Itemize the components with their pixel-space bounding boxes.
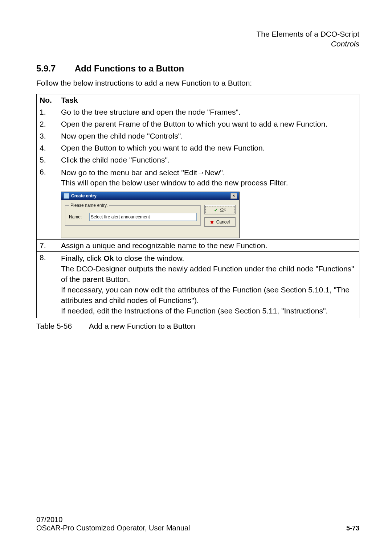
table-row: 6. Now go to the menu bar and select "Ed… <box>37 166 359 240</box>
cell-no: 3. <box>37 130 58 142</box>
row6-line1-post: New". <box>205 168 225 177</box>
dialog-buttons: ✔ Ok ✖ Cancel <box>204 205 236 227</box>
cell-task: Assign a unique and recognizable name to… <box>58 240 359 252</box>
table-row: 5. Click the child node "Functions". <box>37 154 359 166</box>
cell-no: 6. <box>37 166 58 240</box>
cell-no: 7. <box>37 240 58 252</box>
footer-left: 07/2010 OScAR-Pro Customized Operator, U… <box>36 516 190 532</box>
cell-task: Now go to the menu bar and select "Edit→… <box>58 166 359 240</box>
row6-line2: This will open the below user window to … <box>61 178 288 187</box>
cell-no: 8. <box>37 252 58 318</box>
ok-button[interactable]: ✔ Ok <box>204 205 236 214</box>
row8-p1-post: to close the window. <box>114 254 184 262</box>
cell-task: Finally, click Ok to close the window. T… <box>58 252 359 318</box>
ok-label: Ok <box>220 207 226 212</box>
cell-task: Click the child node "Functions". <box>58 154 359 166</box>
header-chapter: The Elements of a DCO-Script <box>36 29 359 39</box>
table-row: 8. Finally, click Ok to close the window… <box>37 252 359 318</box>
row6-line1-pre: Now go to the menu bar and select "Edit <box>61 168 197 177</box>
cell-task: Go to the tree structure and open the no… <box>58 106 359 118</box>
cell-no: 2. <box>37 118 58 130</box>
dialog-legend: Please name entry. <box>69 203 109 208</box>
name-input[interactable] <box>89 213 197 221</box>
table-row: 1. Go to the tree structure and open the… <box>37 106 359 118</box>
cancel-label: Cancel <box>216 219 230 225</box>
caption-text: Add a new Function to a Button <box>89 322 195 330</box>
footer-page: 5-73 <box>346 525 359 532</box>
section-title: Add Functions to a Button <box>75 63 184 73</box>
caption-label: Table 5-56 <box>36 322 87 331</box>
row8-p2: The DCO-Designer outputs the newly added… <box>61 264 354 283</box>
cancel-button[interactable]: ✖ Cancel <box>204 217 236 227</box>
row8-p1-bold: Ok <box>103 254 114 262</box>
dialog-body: Please name entry. Name: ✔ Ok <box>61 200 239 238</box>
row8-p1-pre: Finally, click <box>61 254 103 262</box>
page-footer: 07/2010 OScAR-Pro Customized Operator, U… <box>36 516 359 532</box>
table-head-row: No. Task <box>37 94 359 106</box>
footer-date: 07/2010 <box>36 516 190 524</box>
table-row: 3. Now open the child node "Controls". <box>37 130 359 142</box>
cell-no: 1. <box>37 106 58 118</box>
create-entry-dialog: Create entry × Please name entry. Name: <box>61 192 240 238</box>
table-row: 4. Open the Button to which you want to … <box>37 142 359 154</box>
row8-p4: If needed, edit the Instructions of the … <box>61 307 328 315</box>
dialog-fieldset: Please name entry. Name: <box>65 203 201 226</box>
table-caption: Table 5-56 Add a new Function to a Butto… <box>36 322 359 331</box>
footer-doc: OScAR-Pro Customized Operator, User Manu… <box>36 524 190 532</box>
header-section: Controls <box>36 39 359 49</box>
cell-task: Open the Button to which you want to add… <box>58 142 359 154</box>
cell-no: 5. <box>37 154 58 166</box>
col-no: No. <box>37 94 58 106</box>
col-task: Task <box>58 94 359 106</box>
tasks-table: No. Task 1. Go to the tree structure and… <box>36 94 359 319</box>
page: The Elements of a DCO-Script Controls 5.… <box>0 0 392 554</box>
cell-task: Now open the child node "Controls". <box>58 130 359 142</box>
arrow-icon: → <box>197 168 205 177</box>
section-heading: 5.9.7 Add Functions to a Button <box>36 63 359 74</box>
dialog-icon <box>64 193 69 199</box>
close-button[interactable]: × <box>230 193 237 199</box>
table-row: 7. Assign a unique and recognizable name… <box>37 240 359 252</box>
check-icon: ✔ <box>214 208 219 212</box>
table-row: 2. Open the parent Frame of the Button t… <box>37 118 359 130</box>
dialog-title: Create entry <box>71 193 97 198</box>
cell-no: 4. <box>37 142 58 154</box>
section-number: 5.9.7 <box>36 63 73 74</box>
cell-task: Open the parent Frame of the Button to w… <box>58 118 359 130</box>
intro-text: Follow the below instructions to add a n… <box>36 79 359 87</box>
page-header: The Elements of a DCO-Script Controls <box>36 29 359 49</box>
row8-p3: If necessary, you can now edit the attri… <box>61 286 350 304</box>
name-label: Name: <box>69 214 86 219</box>
dialog-titlebar: Create entry × <box>61 192 239 200</box>
x-icon: ✖ <box>210 220 215 224</box>
